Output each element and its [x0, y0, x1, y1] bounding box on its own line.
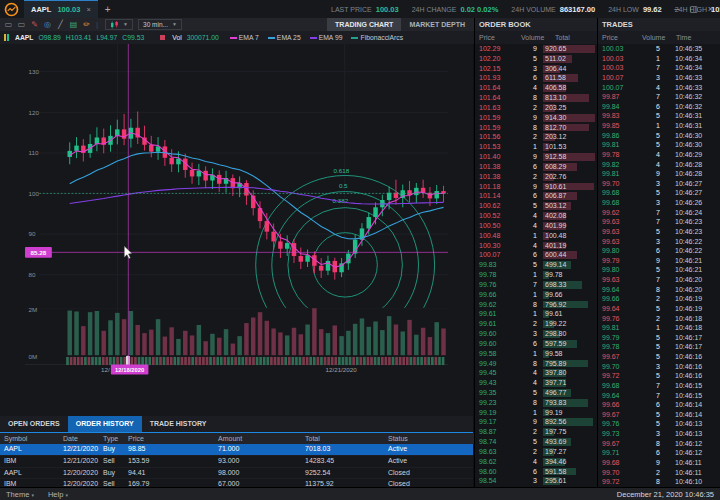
trade-row[interactable]: 99.62710:46:24 — [598, 208, 720, 218]
layers-icon[interactable]: ▤ — [68, 19, 79, 30]
order-book-row[interactable]: 99.61199.61 — [475, 309, 597, 319]
trade-row[interactable]: 99.63310:46:22 — [598, 237, 720, 247]
trade-row[interactable]: 99.63510:46:23 — [598, 227, 720, 237]
trade-row[interactable]: 99.64710:46:15 — [598, 391, 720, 401]
order-book-row[interactable]: 98.745493.69 — [475, 437, 597, 447]
order-book-row[interactable]: 101.644406.58 — [475, 83, 597, 93]
order-book-row[interactable]: 99.628796.92 — [475, 300, 597, 310]
chart-type-button[interactable]: ▼ — [105, 19, 133, 30]
order-book-row[interactable]: 101.599914.30 — [475, 113, 597, 123]
tab-close-icon[interactable]: × — [86, 5, 90, 14]
tab-trade-history[interactable]: TRADE HISTORY — [142, 416, 215, 432]
trade-row[interactable]: 99.81910:46:28 — [598, 169, 720, 179]
ruler-icon[interactable]: ╱ — [55, 19, 66, 30]
trade-row[interactable]: 99.81510:46:30 — [598, 140, 720, 150]
order-book-row[interactable]: 101.409912.58 — [475, 152, 597, 162]
order-book-row[interactable]: 100.304401.19 — [475, 241, 597, 251]
order-book-row[interactable]: 98.624394.46 — [475, 457, 597, 467]
trade-row[interactable]: 99.63710:46:23 — [598, 217, 720, 227]
maximize-button[interactable]: ▢ — [689, 4, 698, 14]
trade-row[interactable]: 99.66610:46:14 — [598, 400, 720, 410]
trading-chart[interactable]: 13012011010090802M0M0.6180.50.38212/12/2… — [0, 44, 473, 416]
order-book-row[interactable]: 99.612199.22 — [475, 319, 597, 329]
trade-row[interactable]: 99.76210:46:18 — [598, 314, 720, 324]
order-book-row[interactable]: 100.524402.08 — [475, 211, 597, 221]
trade-row[interactable]: 99.63710:46:20 — [598, 275, 720, 285]
menu-help[interactable]: Help ▾ — [48, 490, 68, 499]
tab-market-depth[interactable]: MARKET DEPTH — [401, 18, 473, 31]
order-book-row[interactable]: 99.58199.58 — [475, 349, 597, 359]
trade-row[interactable]: 99.85110:46:31 — [598, 121, 720, 131]
order-book-row[interactable]: 99.66199.66 — [475, 290, 597, 300]
order-book-row[interactable]: 99.767698.33 — [475, 280, 597, 290]
tab-open-orders[interactable]: OPEN ORDERS — [0, 416, 68, 432]
trade-row[interactable]: 99.78510:46:17 — [598, 342, 720, 352]
trade-row[interactable]: 99.86510:46:30 — [598, 131, 720, 141]
instrument-tab[interactable]: AAPL 100.03 × — [24, 0, 98, 18]
trade-row[interactable]: 100.03510:46:35 — [598, 44, 720, 54]
trade-row[interactable]: 100.07310:46:33 — [598, 73, 720, 83]
order-book-row[interactable]: 100.076600.44 — [475, 250, 597, 260]
order-book-row[interactable]: 101.189910.61 — [475, 182, 597, 192]
trade-row[interactable]: 99.78410:46:29 — [598, 150, 720, 160]
order-book-row[interactable]: 101.598812.70 — [475, 123, 597, 133]
callout-icon[interactable]: ▭ — [16, 19, 27, 30]
trade-row[interactable]: 99.72810:46:10 — [598, 477, 720, 487]
tab-trading-chart[interactable]: TRADING CHART — [327, 18, 401, 31]
order-history-row[interactable]: AAPL12/21/2020Buy98.8571.0007018.03Activ… — [0, 444, 473, 456]
order-book-row[interactable]: 98.872197.75 — [475, 427, 597, 437]
trade-row[interactable]: 99.70210:46:11 — [598, 468, 720, 478]
tab-order-history[interactable]: ORDER HISTORY — [68, 416, 142, 432]
new-tab-button[interactable]: + — [98, 4, 118, 15]
trade-row[interactable]: 99.83510:46:31 — [598, 111, 720, 121]
order-book-row[interactable]: 98.543295.61 — [475, 476, 597, 486]
trade-row[interactable]: 99.70310:46:27 — [598, 179, 720, 189]
order-book-row[interactable]: 99.454397.80 — [475, 368, 597, 378]
order-book-row[interactable]: 101.936611.58 — [475, 73, 597, 83]
close-button[interactable]: × — [708, 4, 713, 14]
order-book-row[interactable]: 101.562203.12 — [475, 132, 597, 142]
order-book-row[interactable]: 101.146606.87 — [475, 191, 597, 201]
order-book-row[interactable]: 98.606591.58 — [475, 467, 597, 477]
trade-row[interactable]: 99.79510:46:17 — [598, 333, 720, 343]
order-book-row[interactable]: 99.603298.80 — [475, 329, 597, 339]
order-book-row[interactable]: 102.153306.44 — [475, 64, 597, 74]
order-book-row[interactable]: 99.355496.77 — [475, 388, 597, 398]
trade-row[interactable]: 99.67510:46:16 — [598, 352, 720, 362]
trade-row[interactable]: 99.80510:46:21 — [598, 265, 720, 275]
order-history-row[interactable]: IBM12/21/2020Sell153.5993.00014283.45Act… — [0, 456, 473, 468]
trade-row[interactable]: 100.07410:46:33 — [598, 83, 720, 93]
order-book-row[interactable]: 99.179892.56 — [475, 417, 597, 427]
order-book-row[interactable]: 99.238793.83 — [475, 398, 597, 408]
trade-row[interactable]: 99.71610:46:12 — [598, 448, 720, 458]
trade-row[interactable]: 99.68710:46:15 — [598, 381, 720, 391]
trade-row[interactable]: 99.80610:46:22 — [598, 246, 720, 256]
order-book-row[interactable]: 99.835499.14 — [475, 260, 597, 270]
trade-row[interactable]: 99.67510:46:14 — [598, 410, 720, 420]
comment-icon[interactable]: ▭ — [3, 19, 14, 30]
order-book-row[interactable]: 100.481100.48 — [475, 231, 597, 241]
trade-row[interactable]: 99.87710:46:32 — [598, 92, 720, 102]
trade-row[interactable]: 99.73310:46:13 — [598, 429, 720, 439]
trade-row[interactable]: 99.72510:46:16 — [598, 371, 720, 381]
trade-row[interactable]: 100.03710:46:34 — [598, 63, 720, 73]
trade-row[interactable]: 99.68910:46:11 — [598, 458, 720, 468]
interval-dropdown[interactable]: 30 min...▼ — [138, 19, 182, 30]
trade-row[interactable]: 99.70310:46:16 — [598, 362, 720, 372]
trade-row[interactable]: 99.68310:46:26 — [598, 198, 720, 208]
trade-row[interactable]: 99.66210:46:19 — [598, 294, 720, 304]
draw-pen-icon[interactable]: ✎ — [29, 19, 40, 30]
order-book-row[interactable]: 99.498795.89 — [475, 359, 597, 369]
trade-row[interactable]: 99.64810:46:20 — [598, 285, 720, 295]
target-icon[interactable]: ◎ — [42, 19, 53, 30]
order-book-row[interactable]: 101.632203.25 — [475, 103, 597, 113]
trade-row[interactable]: 99.84610:46:32 — [598, 102, 720, 112]
order-book-row[interactable]: 101.382202.76 — [475, 172, 597, 182]
trade-row[interactable]: 99.79910:46:21 — [598, 256, 720, 266]
order-book-row[interactable]: 101.386608.29 — [475, 162, 597, 172]
trade-row[interactable]: 99.68510:46:27 — [598, 188, 720, 198]
order-book-row[interactable]: 101.531101.53 — [475, 142, 597, 152]
trade-row[interactable]: 99.64510:46:19 — [598, 304, 720, 314]
menu-theme[interactable]: Theme ▾ — [6, 490, 34, 499]
order-book-row[interactable]: 100.504401.99 — [475, 221, 597, 231]
